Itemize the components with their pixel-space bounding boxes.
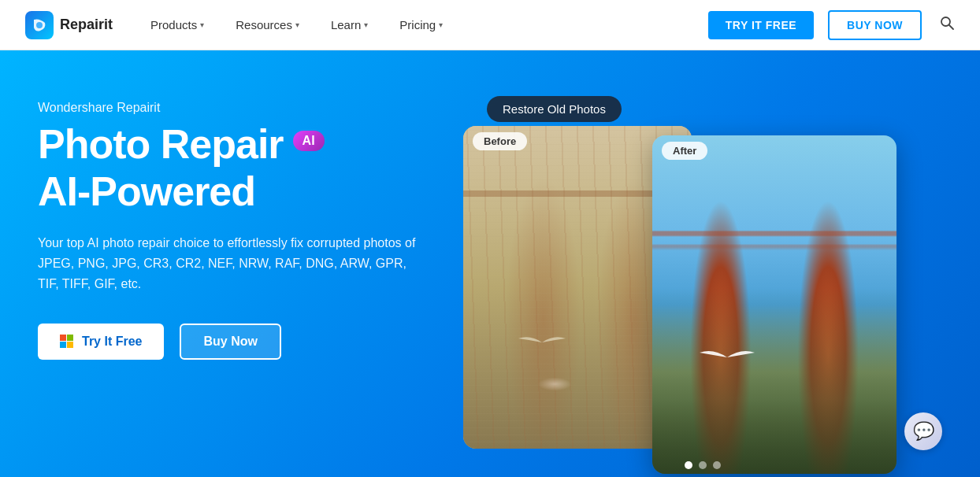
ai-badge: AI xyxy=(293,131,325,151)
hero-try-free-button[interactable]: Try It Free xyxy=(38,324,164,360)
hero-content: Wondershare Repairit Photo Repair AI-Pow… xyxy=(38,88,447,360)
navbar: Repairit Products ▾ Resources ▾ Learn ▾ … xyxy=(0,0,980,50)
hero-title: Photo Repair AI-Powered xyxy=(38,121,284,216)
hero-title-line1: Photo Repair xyxy=(38,121,284,168)
hero-section: Wondershare Repairit Photo Repair AI-Pow… xyxy=(0,50,980,477)
chevron-down-icon: ▾ xyxy=(439,20,443,29)
restore-badge: Restore Old Photos xyxy=(487,96,622,122)
nav-pricing[interactable]: Pricing ▾ xyxy=(387,0,455,50)
chevron-down-icon: ▾ xyxy=(364,20,368,29)
seagull-after-icon xyxy=(700,344,755,372)
nav-products[interactable]: Products ▾ xyxy=(138,0,217,50)
windows-icon xyxy=(60,335,74,349)
carousel-dots xyxy=(685,461,721,469)
carousel-dot-1[interactable] xyxy=(685,461,692,469)
search-icon[interactable] xyxy=(939,15,955,35)
after-photo xyxy=(652,135,896,474)
carousel-dot-3[interactable] xyxy=(713,461,721,469)
after-image xyxy=(652,135,896,474)
nav-buy-now-button[interactable]: BUY NOW xyxy=(828,10,922,40)
hero-title-line2: AI-Powered xyxy=(38,168,284,216)
svg-point-1 xyxy=(941,17,950,26)
chat-widget-button[interactable]: 💬 xyxy=(904,412,942,450)
hero-images: Restore Old Photos Before After xyxy=(463,88,942,477)
logo-link[interactable]: Repairit xyxy=(25,11,113,39)
hero-buy-now-button[interactable]: Buy Now xyxy=(180,324,280,360)
before-label: Before xyxy=(473,132,527,150)
brand-name: Repairit xyxy=(60,17,113,33)
hero-title-area: Photo Repair AI-Powered AI xyxy=(38,121,447,216)
after-label: After xyxy=(662,142,707,160)
nav-try-free-button[interactable]: TRY IT FREE xyxy=(708,11,814,39)
svg-point-0 xyxy=(36,22,43,28)
seagull-before-icon xyxy=(518,331,566,354)
chevron-down-icon: ▾ xyxy=(200,20,204,29)
hero-subtitle: Wondershare Repairit xyxy=(38,101,447,115)
svg-line-2 xyxy=(949,25,953,29)
chat-icon: 💬 xyxy=(913,421,934,442)
logo-icon xyxy=(25,11,54,39)
hero-buttons: Try It Free Buy Now xyxy=(38,324,447,360)
nav-learn[interactable]: Learn ▾ xyxy=(318,0,380,50)
hero-description: Your top AI photo repair choice to effor… xyxy=(38,233,424,295)
chevron-down-icon: ▾ xyxy=(295,20,299,29)
nav-resources[interactable]: Resources ▾ xyxy=(223,0,312,50)
carousel-dot-2[interactable] xyxy=(699,461,707,469)
